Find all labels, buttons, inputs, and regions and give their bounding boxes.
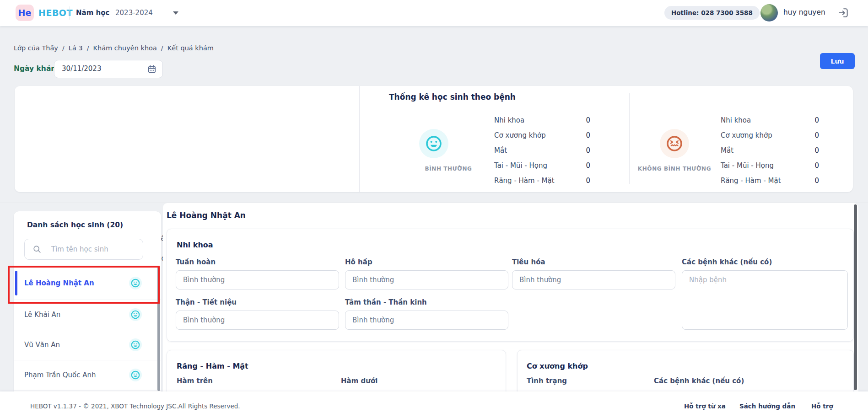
stat-row: Răng - Hàm - Mặt0 bbox=[494, 173, 590, 188]
field-label: Tình trạng bbox=[527, 377, 567, 385]
selected-indicator bbox=[15, 271, 17, 295]
student-name: Phạm Trần Quốc Anh bbox=[24, 371, 96, 379]
field-label: Hàm trên bbox=[177, 377, 213, 385]
happy-face-icon bbox=[129, 277, 142, 289]
student-list-title: Danh sách học sinh (20) bbox=[27, 221, 123, 229]
exam-date-value: 30/11/2023 bbox=[62, 64, 101, 73]
happy-face-icon bbox=[129, 338, 142, 351]
exam-detail-panel: Lê Hoàng Nhật An Nhi khoa Tuần hoàn Hô h… bbox=[163, 203, 858, 392]
section-title: Cơ xương khớp bbox=[527, 362, 588, 370]
stat-row: Răng - Hàm - Mặt0 bbox=[721, 173, 819, 188]
stat-row: Mắt0 bbox=[494, 143, 590, 158]
avatar[interactable] bbox=[760, 4, 778, 21]
section-title: Răng - Hàm - Mặt bbox=[177, 362, 248, 370]
stats-list-abnormal: Nhi khoa0 Cơ xương khớp0 Mắt0 Tai - Mũi … bbox=[721, 113, 819, 188]
student-list-panel: Danh sách học sinh (20) Lê Hoàng Nhật An… bbox=[14, 211, 161, 393]
stats-list-normal: Nhi khoa0 Cơ xương khớp0 Mắt0 Tai - Mũi … bbox=[494, 113, 590, 188]
breadcrumb: Lớp của Thầy/Lá 3/Khám chuyên khoa/Kết q… bbox=[14, 44, 214, 52]
field-input-tieu-hoa[interactable] bbox=[512, 270, 675, 289]
selected-student-title: Lê Hoàng Nhật An bbox=[167, 211, 246, 220]
logout-icon[interactable] bbox=[837, 7, 849, 19]
hotline-badge: Hotline: 028 7300 3588 bbox=[664, 6, 760, 20]
student-row[interactable]: Lê Khải An bbox=[14, 300, 161, 330]
footer-link-support[interactable]: Hỗ trợ bbox=[811, 402, 833, 410]
exam-date-label: Ngày khám bbox=[14, 64, 59, 73]
search-icon bbox=[32, 245, 42, 254]
happy-face-icon bbox=[129, 308, 142, 321]
student-row[interactable]: Phạm Trần Quốc Anh bbox=[14, 360, 161, 391]
stat-row: Tai - Mũi - Họng0 bbox=[721, 158, 819, 173]
field-textarea-benh-khac[interactable] bbox=[682, 270, 848, 330]
sad-face-icon bbox=[660, 129, 689, 158]
field-label: Các bệnh khác (nếu có) bbox=[654, 377, 744, 385]
stat-row: Cơ xương khớp0 bbox=[721, 128, 819, 143]
field-input-tam-than-than-kinh[interactable] bbox=[345, 311, 508, 330]
breadcrumb-item[interactable]: Khám chuyên khoa bbox=[93, 44, 157, 52]
field-input-than-tiet-nieu[interactable] bbox=[176, 311, 339, 330]
student-row[interactable]: Vũ Văn An bbox=[14, 330, 161, 360]
section-nhi-khoa: Nhi khoa Tuần hoàn Hô hấp Tiêu hóa Các b… bbox=[167, 229, 854, 342]
student-search-box[interactable] bbox=[24, 239, 143, 260]
school-year-label: Năm học bbox=[76, 9, 109, 17]
stat-row: Nhi khoa0 bbox=[494, 113, 590, 128]
field-label: Tuần hoàn bbox=[176, 258, 216, 266]
field-label: Hàm dưới bbox=[341, 377, 377, 385]
stat-row: Cơ xương khớp0 bbox=[494, 128, 590, 143]
save-button[interactable]: Lưu bbox=[820, 53, 855, 69]
main-scrollbar[interactable] bbox=[854, 204, 857, 390]
panel-divider bbox=[359, 86, 360, 192]
footer: HEBOT v1.1.37 - © 2021, XBOT Technology … bbox=[0, 391, 868, 418]
student-row-selected[interactable]: Lê Hoàng Nhật An bbox=[14, 267, 161, 300]
stats-caption-abnormal: KHÔNG BÌNH THƯỜNG bbox=[629, 166, 720, 172]
copyright-text: HEBOT v1.1.37 - © 2021, XBOT Technology … bbox=[30, 402, 240, 410]
breadcrumb-separator: / bbox=[161, 44, 163, 52]
field-label: Tâm thần - Thần kinh bbox=[345, 298, 427, 306]
search-input[interactable] bbox=[50, 240, 139, 258]
student-name: Lê Khải An bbox=[24, 311, 60, 319]
field-label: Hô hấp bbox=[345, 258, 372, 266]
footer-link-manual[interactable]: Sách hướng dẫn bbox=[739, 402, 795, 410]
section-title: Nhi khoa bbox=[177, 241, 213, 249]
student-name: Lê Hoàng Nhật An bbox=[24, 279, 94, 287]
app-window: He HEBOT Năm học 2023-2024 Hotline: 028 … bbox=[0, 0, 868, 418]
stat-row: Tai - Mũi - Họng0 bbox=[494, 158, 590, 173]
field-input-tuan-hoan[interactable] bbox=[176, 270, 339, 289]
field-label: Tiêu hóa bbox=[512, 258, 545, 266]
header-divider bbox=[70, 6, 70, 20]
breadcrumb-item[interactable]: Lớp của Thầy bbox=[14, 44, 58, 52]
field-input-ho-hap[interactable] bbox=[345, 270, 508, 289]
school-year-select[interactable]: 2023-2024 bbox=[115, 9, 153, 17]
stats-title: Thống kê học sinh theo bệnh bbox=[389, 92, 516, 102]
footer-link-remote-support[interactable]: Hỗ trợ từ xa bbox=[684, 402, 726, 410]
calendar-icon[interactable] bbox=[147, 64, 157, 74]
chevron-down-icon bbox=[173, 11, 178, 15]
happy-face-icon bbox=[419, 129, 448, 158]
student-name: Vũ Văn An bbox=[24, 341, 60, 349]
top-bar: He HEBOT Năm học 2023-2024 Hotline: 028 … bbox=[0, 0, 868, 26]
hebot-logo-icon[interactable]: He bbox=[16, 5, 34, 21]
happy-face-icon bbox=[129, 369, 142, 381]
exam-date-input[interactable]: 30/11/2023 bbox=[54, 60, 163, 78]
field-label: Các bệnh khác (nếu có) bbox=[682, 258, 772, 266]
stat-row: Nhi khoa0 bbox=[721, 113, 819, 128]
stats-caption-normal: BÌNH THƯỜNG bbox=[403, 166, 494, 172]
brand-name: HEBOT bbox=[38, 8, 73, 18]
breadcrumb-item[interactable]: Lá 3 bbox=[69, 44, 83, 52]
sidebar-scrollbar[interactable] bbox=[157, 267, 160, 391]
field-label: Thận - Tiết niệu bbox=[176, 298, 237, 306]
summary-card: Hướng dẫn sử dụng ↳Phần mềm mặc định các… bbox=[15, 86, 853, 192]
breadcrumb-separator: / bbox=[62, 44, 65, 52]
breadcrumb-separator: / bbox=[87, 44, 89, 52]
breadcrumb-item-current: Kết quả khám bbox=[167, 44, 214, 52]
user-name[interactable]: huy nguyen bbox=[783, 8, 825, 16]
stat-row: Mắt0 bbox=[721, 143, 819, 158]
